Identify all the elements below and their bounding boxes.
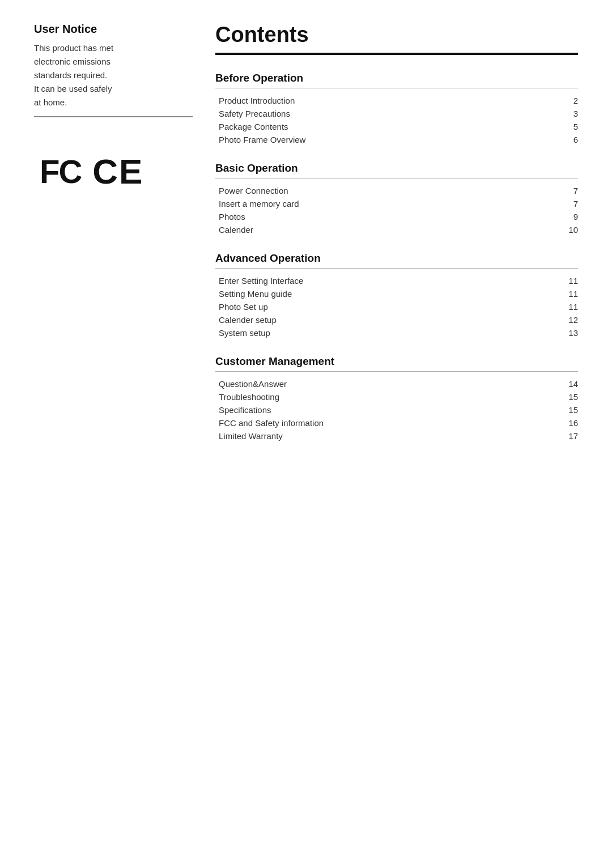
ce-logo: CE [92,151,143,192]
toc-page-0-3: 6 [561,133,578,146]
table-row: Photo Set up11 [215,300,578,313]
section-3: Customer ManagementQuestion&Answer14Trou… [215,355,578,442]
table-row: Photo Frame Overview6 [215,133,578,146]
toc-label-3-1: Troubleshooting [215,390,561,403]
page-layout: User Notice This product has metelectron… [34,23,578,458]
user-notice-title: User Notice [34,23,193,36]
toc-label-3-3: FCC and Safety information [215,416,561,429]
table-row: Insert a memory card7 [215,197,578,210]
toc-page-3-3: 16 [561,416,578,429]
fcc-ce-block: FC CE [34,151,193,192]
table-row: Limited Warranty17 [215,429,578,442]
table-row: Troubleshooting15 [215,390,578,403]
toc-page-2-4: 13 [561,326,578,339]
toc-page-3-4: 17 [561,429,578,442]
table-row: Power Connection7 [215,184,578,197]
table-row: FCC and Safety information16 [215,416,578,429]
section-2: Advanced OperationEnter Setting Interfac… [215,252,578,339]
table-row: Product Introduction2 [215,94,578,107]
toc-page-1-1: 7 [561,197,578,210]
toc-label-2-0: Enter Setting Interface [215,274,561,287]
table-row: Package Contents5 [215,120,578,133]
toc-page-3-0: 14 [561,377,578,390]
toc-page-3-1: 15 [561,390,578,403]
table-row: Question&Answer14 [215,377,578,390]
toc-page-2-3: 12 [561,313,578,326]
toc-page-2-0: 11 [561,274,578,287]
toc-table-1: Power Connection7Insert a memory card7Ph… [215,184,578,236]
table-row: Safety Precautions3 [215,107,578,120]
table-row: Calender10 [215,223,578,236]
toc-page-1-0: 7 [561,184,578,197]
toc-table-3: Question&Answer14Troubleshooting15Specif… [215,377,578,442]
section-title-3: Customer Management [215,355,578,372]
table-row: System setup13 [215,326,578,339]
toc-label-1-0: Power Connection [215,184,561,197]
fcc-logo: FC [40,152,81,190]
toc-label-3-0: Question&Answer [215,377,561,390]
toc-label-1-2: Photos [215,210,561,223]
table-row: Photos9 [215,210,578,223]
section-title-0: Before Operation [215,72,578,88]
toc-label-1-1: Insert a memory card [215,197,561,210]
toc-page-2-2: 11 [561,300,578,313]
user-notice-section: User Notice This product has metelectron… [34,23,193,117]
toc-table-2: Enter Setting Interface11Setting Menu gu… [215,274,578,339]
notice-line-1: This product has metelectronic emissions… [34,43,113,107]
toc-label-0-3: Photo Frame Overview [215,133,561,146]
toc-label-2-2: Photo Set up [215,300,561,313]
user-notice-text: This product has metelectronic emissions… [34,41,193,109]
toc-page-0-2: 5 [561,120,578,133]
toc-label-0-2: Package Contents [215,120,561,133]
toc-label-0-0: Product Introduction [215,94,561,107]
table-row: Calender setup12 [215,313,578,326]
toc-label-3-4: Limited Warranty [215,429,561,442]
section-title-1: Basic Operation [215,162,578,178]
toc-page-3-2: 15 [561,403,578,416]
toc-page-2-1: 11 [561,287,578,300]
toc-label-2-4: System setup [215,326,561,339]
table-row: Enter Setting Interface11 [215,274,578,287]
toc-label-1-3: Calender [215,223,561,236]
section-title-2: Advanced Operation [215,252,578,269]
right-column: Contents Before OperationProduct Introdu… [215,23,578,458]
sections-container: Before OperationProduct Introduction2Saf… [215,72,578,442]
table-row: Specifications15 [215,403,578,416]
section-1: Basic OperationPower Connection7Insert a… [215,162,578,236]
contents-title: Contents [215,23,578,55]
toc-label-2-3: Calender setup [215,313,561,326]
toc-label-3-2: Specifications [215,403,561,416]
toc-label-0-1: Safety Precautions [215,107,561,120]
left-column: User Notice This product has metelectron… [34,23,193,458]
section-0: Before OperationProduct Introduction2Saf… [215,72,578,146]
toc-label-2-1: Setting Menu guide [215,287,561,300]
toc-page-0-1: 3 [561,107,578,120]
table-row: Setting Menu guide11 [215,287,578,300]
toc-table-0: Product Introduction2Safety Precautions3… [215,94,578,146]
toc-page-1-3: 10 [561,223,578,236]
toc-page-1-2: 9 [561,210,578,223]
toc-page-0-0: 2 [561,94,578,107]
